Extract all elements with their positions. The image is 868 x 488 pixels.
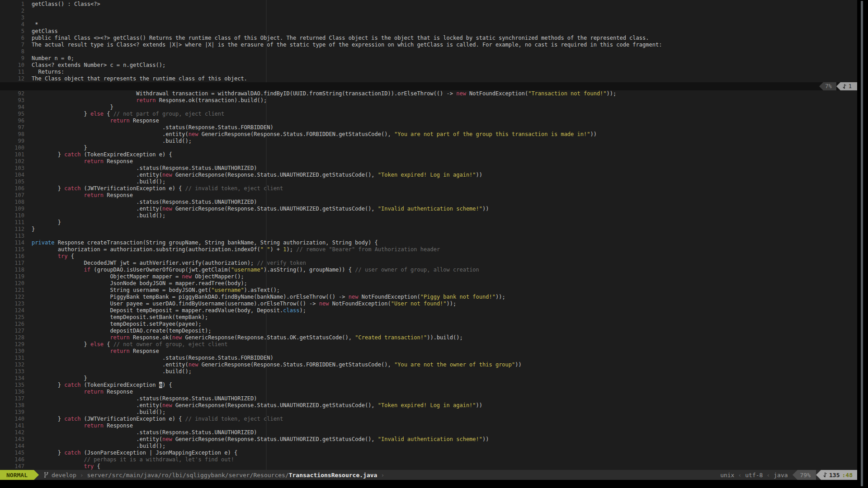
code-line[interactable]: 130 return Response bbox=[0, 348, 857, 355]
code-line[interactable]: 135 } catch (TokenExpiredException e) { bbox=[0, 382, 857, 389]
doc-line[interactable]: 4 * bbox=[0, 21, 857, 28]
line-number: 141 bbox=[0, 422, 24, 429]
code-line[interactable]: 101 } catch (TokenExpiredException e) { bbox=[0, 151, 857, 158]
doc-line[interactable]: 8 bbox=[0, 48, 857, 55]
code-line[interactable]: 144 .build(); bbox=[0, 443, 857, 450]
code-line[interactable]: 114private Response createTransaction(St… bbox=[0, 239, 857, 246]
code-token: )); bbox=[495, 294, 505, 300]
code-line[interactable]: 105 .build(); bbox=[0, 178, 857, 185]
code-line[interactable]: 122 PiggyBank tempBank = piggyBankDAO.fi… bbox=[0, 294, 857, 300]
code-line[interactable]: 121 String username = bodyJSON.get("user… bbox=[0, 287, 857, 294]
line-number: 136 bbox=[0, 389, 24, 395]
code-line[interactable]: 95 } else { // not part of group, eject … bbox=[0, 111, 857, 117]
code-token: The Class object that represents the run… bbox=[32, 75, 247, 82]
code-token: Number n = 0; bbox=[32, 55, 74, 61]
code-line[interactable]: 132 .entity(new GenericResponse(Response… bbox=[0, 361, 857, 368]
code-line[interactable]: 123 User payee = userDAO.findByUsername(… bbox=[0, 300, 857, 307]
doc-line[interactable]: 10Class<? extends Number> c = n.getClass… bbox=[0, 62, 857, 69]
code-line[interactable]: 129 } else { // not owner of group, ejec… bbox=[0, 341, 857, 348]
code-line[interactable]: 138 .entity(new GenericResponse(Response… bbox=[0, 402, 857, 409]
code-line[interactable]: 99 .build(); bbox=[0, 138, 857, 145]
code-token: return bbox=[84, 422, 104, 429]
doc-line[interactable]: 2 bbox=[0, 8, 857, 14]
code-line[interactable]: 131 .status(Response.Status.FORBIDDEN) bbox=[0, 355, 857, 361]
code-token bbox=[32, 422, 84, 429]
line-number: 128 bbox=[0, 334, 24, 341]
scrollbar-thumb[interactable] bbox=[861, 1, 863, 486]
code-line[interactable]: 100 } bbox=[0, 145, 857, 151]
code-line[interactable]: 119 ObjectMapper mapper = new ObjectMapp… bbox=[0, 273, 857, 280]
code-line[interactable]: 103 .status(Response.Status.UNAUTHORIZED… bbox=[0, 165, 857, 172]
code-window[interactable]: 92 Withdrawal transaction = withdrawalDA… bbox=[0, 90, 857, 470]
code-line[interactable]: 108 .status(Response.Status.UNAUTHORIZED… bbox=[0, 199, 857, 206]
code-token bbox=[32, 456, 84, 463]
code-line[interactable]: 109 .entity(new GenericResponse(Response… bbox=[0, 206, 857, 212]
doc-line[interactable]: 1getClass() : Class<?> bbox=[0, 1, 857, 8]
code-line[interactable]: 98 .entity(new GenericResponse(Response.… bbox=[0, 131, 857, 138]
code-line[interactable]: 136 return Response bbox=[0, 389, 857, 395]
code-token: NotFoundException( bbox=[329, 300, 391, 307]
doc-line[interactable]: 6public final Class <><?> getClass() Ret… bbox=[0, 35, 857, 42]
code-token: authorization = authorization.substring(… bbox=[32, 246, 260, 253]
code-token: User payee = userDAO.findByUsername(user… bbox=[32, 300, 319, 307]
code-token: new bbox=[349, 294, 359, 300]
code-token: String username = bodyJSON.get( bbox=[32, 287, 211, 293]
code-line[interactable]: 128 return Response.ok(new GenericRespon… bbox=[0, 334, 857, 341]
code-line[interactable]: 117 DecodedJWT jwt = authVerifier.verify… bbox=[0, 260, 857, 267]
line-number: 9 bbox=[0, 55, 24, 62]
code-line[interactable]: 146 // perhaps it is a withdrawal, let's… bbox=[0, 456, 857, 463]
line-number: 97 bbox=[0, 124, 24, 131]
code-line[interactable]: 92 Withdrawal transaction = withdrawalDA… bbox=[0, 90, 857, 97]
doc-line[interactable]: 7The actual result type is Class<? exten… bbox=[0, 42, 857, 48]
code-token: .entity( bbox=[32, 206, 162, 212]
doc-line[interactable]: 3 bbox=[0, 14, 857, 21]
chevron-right-icon: › bbox=[76, 470, 87, 480]
code-line[interactable]: 107 return Response bbox=[0, 192, 857, 199]
code-line[interactable]: 115 authorization = authorization.substr… bbox=[0, 246, 857, 253]
code-line[interactable]: 126 tempDeposit.setPayee(payee); bbox=[0, 321, 857, 328]
code-line[interactable]: 118 if (groupDAO.isUserOwnerOfGroup(jwt.… bbox=[0, 267, 857, 273]
powerline-separator-icon bbox=[793, 470, 797, 480]
code-line[interactable]: 125 tempDeposit.setBank(tempBank); bbox=[0, 314, 857, 321]
code-line[interactable]: 139 .build(); bbox=[0, 409, 857, 416]
line-text: .status(Response.Status.UNAUTHORIZED) bbox=[32, 395, 257, 402]
code-line[interactable]: 120 JsonNode bodyJSON = mapper.readTree(… bbox=[0, 280, 857, 287]
doc-line[interactable]: 9Number n = 0; bbox=[0, 55, 857, 62]
code-line[interactable]: 137 .status(Response.Status.UNAUTHORIZED… bbox=[0, 395, 857, 402]
code-line[interactable]: 110 .build(); bbox=[0, 212, 857, 219]
line-text: .entity(new GenericResponse(Response.Sta… bbox=[32, 131, 597, 138]
code-line[interactable]: 141 return Response bbox=[0, 422, 857, 429]
code-line[interactable]: 93 return Response.ok(transaction).build… bbox=[0, 97, 857, 104]
code-line[interactable]: 147 try { bbox=[0, 463, 857, 470]
code-line[interactable]: 102 return Response bbox=[0, 158, 857, 165]
code-line[interactable]: 94 } bbox=[0, 104, 857, 111]
code-line[interactable]: 133 .build(); bbox=[0, 368, 857, 375]
code-line[interactable]: 124 Deposit tempDeposit = mapper.readVal… bbox=[0, 307, 857, 314]
code-line[interactable]: 97 .status(Response.Status.FORBIDDEN) bbox=[0, 124, 857, 131]
line-number: 130 bbox=[0, 348, 24, 355]
command-line[interactable] bbox=[0, 480, 857, 488]
code-line[interactable]: 96 return Response bbox=[0, 117, 857, 124]
code-line[interactable]: 116 try { bbox=[0, 253, 857, 260]
line-text: Deposit tempDeposit = mapper.readValue(b… bbox=[32, 307, 306, 314]
doc-line[interactable]: 5getClass bbox=[0, 28, 857, 35]
code-line[interactable]: 145 } catch (JsonParseException | JsonMa… bbox=[0, 450, 857, 456]
line-text: The actual result type is Class<? extend… bbox=[32, 42, 662, 48]
code-line[interactable]: 142 .status(Response.Status.UNAUTHORIZED… bbox=[0, 429, 857, 436]
code-line[interactable]: 134 } bbox=[0, 375, 857, 382]
code-line[interactable]: 140 } catch (JWTVerificationException e)… bbox=[0, 416, 857, 422]
doc-preview-window[interactable]: 1getClass() : Class<?>234 *5getClass6pub… bbox=[0, 1, 857, 82]
code-token: "username" bbox=[231, 267, 264, 273]
scrollbar-track[interactable] bbox=[857, 0, 868, 488]
doc-line[interactable]: 12The Class object that represents the r… bbox=[0, 75, 857, 82]
doc-line[interactable]: 11 Returns: bbox=[0, 69, 857, 75]
code-line[interactable]: 104 .entity(new GenericResponse(Response… bbox=[0, 172, 857, 178]
code-line[interactable]: 112} bbox=[0, 226, 857, 233]
code-line[interactable]: 113 bbox=[0, 233, 857, 239]
line-number: 113 bbox=[0, 233, 24, 239]
code-line[interactable]: 143 .entity(new GenericResponse(Response… bbox=[0, 436, 857, 443]
code-line[interactable]: 111 } bbox=[0, 219, 857, 226]
code-token: Response bbox=[104, 192, 133, 198]
code-line[interactable]: 127 depositDAO.create(tempDeposit); bbox=[0, 328, 857, 334]
code-line[interactable]: 106 } catch (JWTVerificationException e)… bbox=[0, 185, 857, 192]
